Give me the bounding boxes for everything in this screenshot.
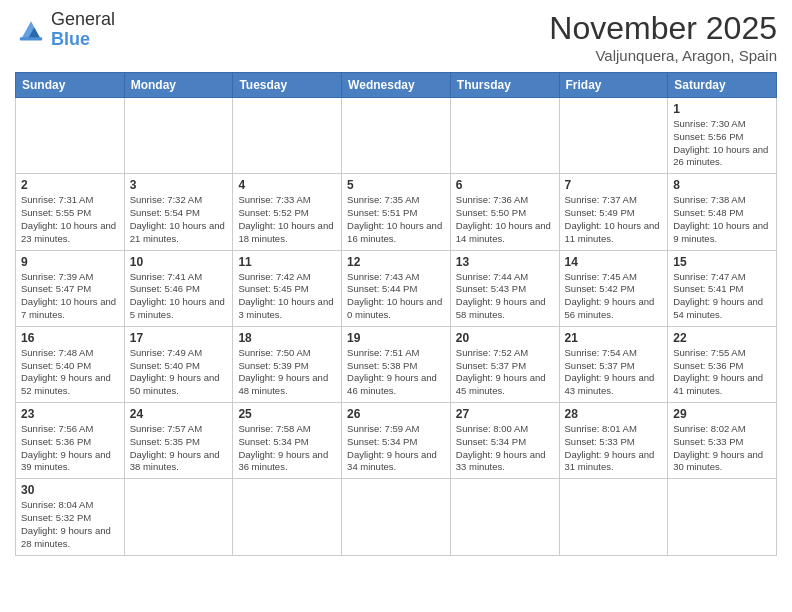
day-info: Sunrise: 7:52 AM Sunset: 5:37 PM Dayligh… (456, 347, 554, 398)
day-number: 6 (456, 178, 554, 192)
table-row: 20Sunrise: 7:52 AM Sunset: 5:37 PM Dayli… (450, 326, 559, 402)
table-row (668, 479, 777, 555)
page: General Blue November 2025 Valjunquera, … (0, 0, 792, 612)
day-number: 5 (347, 178, 445, 192)
day-info: Sunrise: 7:51 AM Sunset: 5:38 PM Dayligh… (347, 347, 445, 398)
day-number: 8 (673, 178, 771, 192)
table-row: 9Sunrise: 7:39 AM Sunset: 5:47 PM Daylig… (16, 250, 125, 326)
table-row: 5Sunrise: 7:35 AM Sunset: 5:51 PM Daylig… (342, 174, 451, 250)
day-info: Sunrise: 8:02 AM Sunset: 5:33 PM Dayligh… (673, 423, 771, 474)
logo-icon (15, 16, 47, 44)
table-row: 4Sunrise: 7:33 AM Sunset: 5:52 PM Daylig… (233, 174, 342, 250)
calendar-row: 23Sunrise: 7:56 AM Sunset: 5:36 PM Dayli… (16, 403, 777, 479)
day-info: Sunrise: 7:39 AM Sunset: 5:47 PM Dayligh… (21, 271, 119, 322)
day-number: 26 (347, 407, 445, 421)
day-info: Sunrise: 7:59 AM Sunset: 5:34 PM Dayligh… (347, 423, 445, 474)
calendar-row: 2Sunrise: 7:31 AM Sunset: 5:55 PM Daylig… (16, 174, 777, 250)
table-row: 24Sunrise: 7:57 AM Sunset: 5:35 PM Dayli… (124, 403, 233, 479)
day-info: Sunrise: 7:45 AM Sunset: 5:42 PM Dayligh… (565, 271, 663, 322)
col-wednesday: Wednesday (342, 73, 451, 98)
table-row: 11Sunrise: 7:42 AM Sunset: 5:45 PM Dayli… (233, 250, 342, 326)
day-number: 13 (456, 255, 554, 269)
day-number: 14 (565, 255, 663, 269)
table-row (559, 479, 668, 555)
table-row: 6Sunrise: 7:36 AM Sunset: 5:50 PM Daylig… (450, 174, 559, 250)
table-row: 13Sunrise: 7:44 AM Sunset: 5:43 PM Dayli… (450, 250, 559, 326)
day-info: Sunrise: 7:43 AM Sunset: 5:44 PM Dayligh… (347, 271, 445, 322)
day-number: 16 (21, 331, 119, 345)
table-row: 8Sunrise: 7:38 AM Sunset: 5:48 PM Daylig… (668, 174, 777, 250)
calendar: Sunday Monday Tuesday Wednesday Thursday… (15, 72, 777, 556)
day-number: 1 (673, 102, 771, 116)
table-row: 2Sunrise: 7:31 AM Sunset: 5:55 PM Daylig… (16, 174, 125, 250)
day-info: Sunrise: 7:31 AM Sunset: 5:55 PM Dayligh… (21, 194, 119, 245)
table-row: 28Sunrise: 8:01 AM Sunset: 5:33 PM Dayli… (559, 403, 668, 479)
day-number: 12 (347, 255, 445, 269)
day-info: Sunrise: 7:33 AM Sunset: 5:52 PM Dayligh… (238, 194, 336, 245)
day-number: 9 (21, 255, 119, 269)
col-saturday: Saturday (668, 73, 777, 98)
day-number: 25 (238, 407, 336, 421)
table-row: 3Sunrise: 7:32 AM Sunset: 5:54 PM Daylig… (124, 174, 233, 250)
table-row (559, 98, 668, 174)
calendar-row: 1Sunrise: 7:30 AM Sunset: 5:56 PM Daylig… (16, 98, 777, 174)
col-thursday: Thursday (450, 73, 559, 98)
table-row: 25Sunrise: 7:58 AM Sunset: 5:34 PM Dayli… (233, 403, 342, 479)
svg-rect-2 (20, 37, 42, 40)
logo-text: General Blue (51, 10, 115, 50)
day-info: Sunrise: 7:35 AM Sunset: 5:51 PM Dayligh… (347, 194, 445, 245)
day-number: 28 (565, 407, 663, 421)
table-row: 30Sunrise: 8:04 AM Sunset: 5:32 PM Dayli… (16, 479, 125, 555)
day-number: 21 (565, 331, 663, 345)
day-info: Sunrise: 7:36 AM Sunset: 5:50 PM Dayligh… (456, 194, 554, 245)
table-row: 7Sunrise: 7:37 AM Sunset: 5:49 PM Daylig… (559, 174, 668, 250)
day-info: Sunrise: 8:01 AM Sunset: 5:33 PM Dayligh… (565, 423, 663, 474)
table-row: 27Sunrise: 8:00 AM Sunset: 5:34 PM Dayli… (450, 403, 559, 479)
day-info: Sunrise: 7:47 AM Sunset: 5:41 PM Dayligh… (673, 271, 771, 322)
table-row: 17Sunrise: 7:49 AM Sunset: 5:40 PM Dayli… (124, 326, 233, 402)
day-number: 4 (238, 178, 336, 192)
day-number: 23 (21, 407, 119, 421)
day-info: Sunrise: 7:50 AM Sunset: 5:39 PM Dayligh… (238, 347, 336, 398)
day-number: 18 (238, 331, 336, 345)
table-row: 23Sunrise: 7:56 AM Sunset: 5:36 PM Dayli… (16, 403, 125, 479)
table-row (16, 98, 125, 174)
day-number: 19 (347, 331, 445, 345)
col-monday: Monday (124, 73, 233, 98)
day-info: Sunrise: 7:44 AM Sunset: 5:43 PM Dayligh… (456, 271, 554, 322)
logo-blue: Blue (51, 29, 90, 49)
day-number: 27 (456, 407, 554, 421)
day-number: 29 (673, 407, 771, 421)
table-row: 22Sunrise: 7:55 AM Sunset: 5:36 PM Dayli… (668, 326, 777, 402)
day-info: Sunrise: 7:54 AM Sunset: 5:37 PM Dayligh… (565, 347, 663, 398)
day-info: Sunrise: 8:04 AM Sunset: 5:32 PM Dayligh… (21, 499, 119, 550)
table-row (450, 98, 559, 174)
calendar-row: 9Sunrise: 7:39 AM Sunset: 5:47 PM Daylig… (16, 250, 777, 326)
logo-general: General (51, 10, 115, 30)
table-row: 26Sunrise: 7:59 AM Sunset: 5:34 PM Dayli… (342, 403, 451, 479)
header: General Blue November 2025 Valjunquera, … (15, 10, 777, 64)
col-sunday: Sunday (16, 73, 125, 98)
col-friday: Friday (559, 73, 668, 98)
day-info: Sunrise: 7:48 AM Sunset: 5:40 PM Dayligh… (21, 347, 119, 398)
day-number: 24 (130, 407, 228, 421)
calendar-row: 30Sunrise: 8:04 AM Sunset: 5:32 PM Dayli… (16, 479, 777, 555)
day-number: 30 (21, 483, 119, 497)
day-number: 7 (565, 178, 663, 192)
table-row: 18Sunrise: 7:50 AM Sunset: 5:39 PM Dayli… (233, 326, 342, 402)
table-row (124, 98, 233, 174)
table-row: 19Sunrise: 7:51 AM Sunset: 5:38 PM Dayli… (342, 326, 451, 402)
day-number: 15 (673, 255, 771, 269)
table-row: 14Sunrise: 7:45 AM Sunset: 5:42 PM Dayli… (559, 250, 668, 326)
table-row (342, 479, 451, 555)
day-info: Sunrise: 7:58 AM Sunset: 5:34 PM Dayligh… (238, 423, 336, 474)
day-info: Sunrise: 7:32 AM Sunset: 5:54 PM Dayligh… (130, 194, 228, 245)
day-info: Sunrise: 7:30 AM Sunset: 5:56 PM Dayligh… (673, 118, 771, 169)
title-section: November 2025 Valjunquera, Aragon, Spain (549, 10, 777, 64)
day-info: Sunrise: 7:38 AM Sunset: 5:48 PM Dayligh… (673, 194, 771, 245)
col-tuesday: Tuesday (233, 73, 342, 98)
table-row: 16Sunrise: 7:48 AM Sunset: 5:40 PM Dayli… (16, 326, 125, 402)
table-row (342, 98, 451, 174)
logo: General Blue (15, 10, 115, 50)
subtitle: Valjunquera, Aragon, Spain (549, 47, 777, 64)
